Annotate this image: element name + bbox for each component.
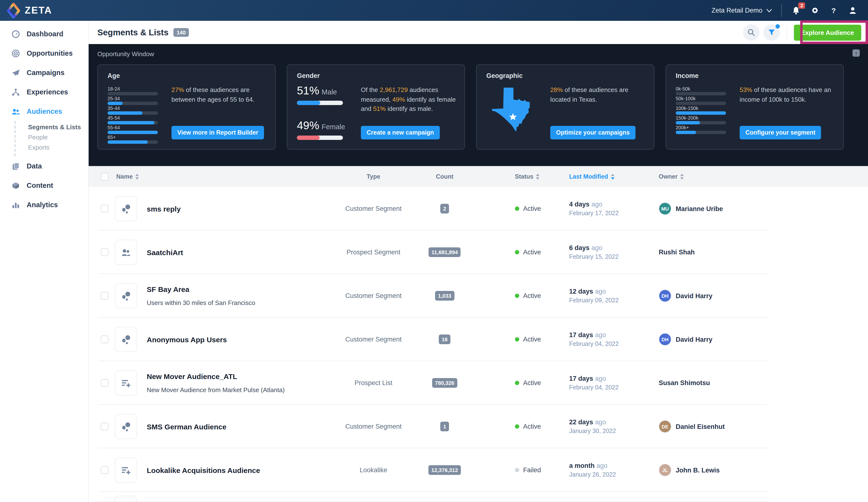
select-all-checkbox[interactable] [101, 173, 108, 180]
bar-row: 0k-50k [676, 86, 726, 95]
sidebar-item-label: Data [27, 162, 42, 170]
sidebar-item-analytics[interactable]: Analytics [0, 195, 88, 215]
status-dot [515, 424, 519, 429]
sort-icon [536, 174, 540, 179]
modified-ago: ago [595, 288, 606, 295]
name-cell: SaatchiArt [147, 230, 307, 274]
last-modified-cell: 4 daysago February 17, 2022 [569, 201, 619, 217]
column-header-last-modified[interactable]: Last Modified [569, 173, 614, 180]
modified-date: January 30, 2022 [569, 428, 616, 435]
segment-name[interactable]: sms reply [147, 205, 307, 213]
sidebar-item-data[interactable]: Data [0, 156, 88, 176]
collapse-panel-button[interactable]: ↑ [852, 49, 860, 56]
column-header-name[interactable]: Name [116, 173, 139, 180]
column-header-type[interactable]: Type [367, 173, 381, 180]
explore-audience-button[interactable]: Explore Audience [794, 24, 861, 40]
sidebar-item-experiences[interactable]: Experiences [0, 82, 88, 102]
sidebar-item-opportunities[interactable]: Opportunities [0, 44, 88, 63]
modified-relative: 6 days [569, 244, 589, 251]
segment-name[interactable]: SF Bay Area [147, 285, 307, 293]
sidebar-item-dashboard[interactable]: Dashboard [0, 24, 88, 44]
name-cell: Anonymous App Users [147, 317, 307, 361]
help-icon: ? [831, 6, 836, 14]
bar-label: 35-44 [107, 106, 158, 111]
card-title: Geographic [486, 72, 523, 80]
card-text: 53% of these audiences have an income of… [740, 85, 837, 104]
bar-fill [676, 121, 700, 124]
modified-relative: 4 days [569, 201, 589, 208]
filter-active-dot [775, 24, 779, 29]
settings-button[interactable] [810, 6, 819, 15]
segment-type-tile [115, 283, 137, 308]
segment-name[interactable]: SMS German Audience [147, 422, 307, 431]
bar-track [676, 121, 726, 124]
modified-date: February 17, 2022 [569, 210, 619, 217]
status-dot [515, 294, 519, 298]
sidebar-item-content[interactable]: Content [0, 176, 88, 195]
row-checkbox[interactable] [101, 379, 108, 387]
sidebar-subitem-exports[interactable]: Exports [28, 142, 88, 153]
row-checkbox[interactable] [101, 466, 108, 474]
segments-table: Name Type Count Status Last Modified Own… [89, 166, 868, 502]
filter-button[interactable] [763, 24, 779, 41]
experiences-icon [11, 87, 20, 97]
bar-track [676, 92, 726, 95]
account-switcher[interactable]: Zeta Retail Demo [712, 7, 772, 14]
card-title: Age [107, 72, 120, 80]
segment-name[interactable]: New Mover Audience_ATL [147, 372, 307, 380]
bar-track [107, 102, 158, 105]
column-header-status[interactable]: Status [515, 173, 540, 180]
sidebar-subitem-segments-lists[interactable]: Segments & Lists [28, 122, 88, 132]
table-row[interactable]: Anonymous App Users Customer Segment 16 … [89, 317, 868, 361]
search-button[interactable] [743, 24, 759, 41]
configure-your-segment-button[interactable]: Configure your segment [740, 126, 821, 139]
row-checkbox[interactable] [101, 205, 108, 212]
row-checkbox[interactable] [101, 335, 108, 343]
segment-type-tile [115, 240, 137, 265]
owner-name: Marianne Uribe [676, 205, 723, 212]
name-cell: sms reply [147, 187, 307, 230]
notifications-button[interactable]: 2 [791, 6, 801, 15]
segment-description: New Mover Audience from Market Pulse (At… [147, 387, 307, 394]
dashboard-icon [11, 29, 20, 39]
notification-count-badge: 2 [798, 2, 805, 9]
segment-name[interactable]: Lookalike Acquisitions Audience [147, 466, 307, 474]
table-row[interactable]: SaatchiArt Prospect Segment 11,681,894 A… [89, 230, 868, 274]
segment-type-tile [115, 414, 137, 439]
status-dot [515, 207, 519, 211]
sidebar-item-label: Content [27, 181, 53, 189]
bar-fill [107, 102, 123, 105]
optimize-your-campaigns-button[interactable]: Optimize your campaigns [550, 126, 636, 139]
zeta-logo[interactable]: ZETA [0, 3, 52, 18]
table-body: sms reply Customer Segment 2 Active 4 da… [89, 187, 868, 502]
bar-track [107, 131, 158, 134]
user-menu-button[interactable] [848, 6, 857, 15]
table-row[interactable]: New Mover Audience_ATL New Mover Audienc… [89, 361, 868, 405]
row-checkbox[interactable] [101, 292, 108, 300]
help-button[interactable]: ? [829, 6, 838, 15]
bar-label: 200k+ [676, 125, 726, 130]
audiences-icon [11, 106, 20, 116]
column-header-count[interactable]: Count [436, 173, 453, 180]
bar-row: 55-64 [107, 125, 158, 134]
card-text: Of the 2,961,729 audiences measured, 49%… [361, 85, 458, 114]
table-row[interactable]: sms reply Customer Segment 2 Active 4 da… [89, 187, 868, 230]
view-more-in-report-builder-button[interactable]: View more in Report Builder [172, 126, 264, 139]
row-checkbox[interactable] [101, 422, 108, 430]
sidebar-item-campaigns[interactable]: Campaigns [0, 63, 88, 82]
sidebar-subitem-people[interactable]: People [28, 132, 88, 142]
bar-label: 55-64 [107, 125, 158, 130]
opportunity-card-income: Income 0k-50k 50k-100k 100k-150k 150k-20… [665, 64, 844, 149]
people-icon [120, 247, 132, 258]
table-row[interactable]: SF Bay Area Users within 30 miles of San… [89, 274, 868, 317]
age-bar-chart: 18-24 25-34 35-44 45-54 55-64 65+ [107, 86, 158, 144]
sidebar-item-audiences[interactable]: Audiences [0, 102, 88, 121]
row-checkbox[interactable] [101, 248, 108, 256]
create-a-new-campaign-button[interactable]: Create a new campaign [361, 126, 440, 139]
table-row[interactable]: SMS German Audience Customer Segment 1 A… [89, 405, 868, 448]
segment-name[interactable]: SaatchiArt [147, 248, 307, 256]
column-header-owner[interactable]: Owner [659, 173, 684, 180]
table-row[interactable]: Lookalike Acquisitions Audience Lookalik… [89, 448, 868, 492]
sidebar-nav: DashboardOpportunitiesCampaignsExperienc… [0, 21, 89, 502]
segment-name[interactable]: Anonymous App Users [147, 335, 307, 344]
